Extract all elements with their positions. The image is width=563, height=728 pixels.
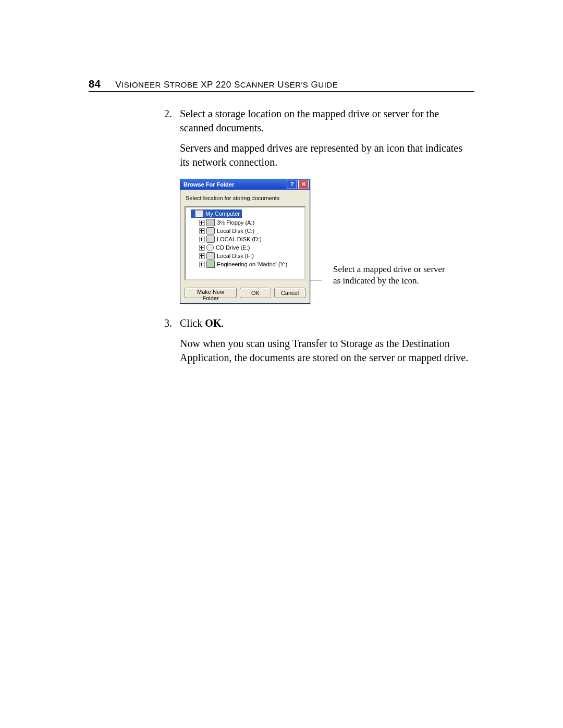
step-number: 3. [164, 316, 180, 330]
expand-icon[interactable] [199, 220, 205, 226]
cancel-button[interactable]: Cancel [274, 288, 305, 298]
tree-item-label: 3½ Floppy (A:) [217, 219, 254, 226]
ok-button[interactable]: OK [240, 288, 271, 298]
expand-icon[interactable] [199, 262, 205, 267]
step-number: 2. [164, 107, 180, 135]
tree-item-label: Local Disk (C:) [217, 228, 254, 234]
tree-item-local-f[interactable]: Local Disk (F:) [187, 252, 303, 260]
expand-icon[interactable] [199, 245, 205, 251]
expand-icon[interactable] [199, 253, 205, 259]
network-drive-icon [206, 261, 215, 268]
tree-item-label: CD Drive (E:) [216, 244, 250, 251]
step-2: 2. Select a storage location on the mapp… [164, 107, 472, 135]
tree-item-cd[interactable]: CD Drive (E:) [187, 243, 303, 252]
header-rule [89, 91, 474, 92]
browse-for-folder-dialog: Browse For Folder ? ✕ Select location fo… [180, 179, 310, 304]
floppy-icon [206, 219, 215, 226]
page-header: 84 VISIONEER STROBE XP 220 SCANNER USER'… [89, 78, 474, 90]
expand-icon[interactable] [199, 228, 205, 234]
tree-item-label: Local Disk (F:) [217, 253, 254, 259]
tree-root-my-computer[interactable]: My Computer [191, 209, 242, 218]
make-new-folder-button[interactable]: Make New Folder [185, 288, 237, 298]
hdd-icon [206, 252, 215, 260]
cd-icon [206, 244, 214, 251]
step-text: Click OK. [180, 316, 472, 330]
page-body: 2. Select a storage location on the mapp… [164, 107, 472, 372]
dialog-title: Browse For Folder [183, 181, 286, 188]
hdd-icon [206, 227, 215, 235]
help-button[interactable]: ? [287, 180, 297, 189]
figure-browse-for-folder: Browse For Folder ? ✕ Select location fo… [180, 179, 472, 304]
step-2-paragraph: Servers and mapped drives are represente… [180, 141, 472, 169]
expand-icon[interactable] [199, 237, 205, 242]
step-3: 3. Click OK. [164, 316, 472, 330]
dialog-instruction: Select location for storing documents [180, 190, 310, 203]
tree-item-floppy[interactable]: 3½ Floppy (A:) [187, 218, 303, 227]
tree-root-label: My Computer [205, 211, 240, 217]
step-3-paragraph: Now when you scan using Transfer to Stor… [180, 337, 472, 365]
dialog-titlebar[interactable]: Browse For Folder ? ✕ [180, 179, 310, 190]
tree-item-network[interactable]: Engineering on 'Madrid' (Y:) [187, 260, 303, 268]
tree-item-label: LOCAL DISK (D:) [217, 236, 262, 242]
manual-page: 84 VISIONEER STROBE XP 220 SCANNER USER'… [0, 0, 563, 728]
tree-item-local-c[interactable]: Local Disk (C:) [187, 227, 303, 235]
figure-callout: Select a mapped drive or server as indic… [333, 264, 448, 287]
page-number: 84 [89, 78, 101, 90]
hdd-icon [206, 236, 215, 243]
dialog-button-row: Make New Folder OK Cancel [180, 283, 310, 303]
running-title: VISIONEER STROBE XP 220 SCANNER USER'S G… [115, 80, 338, 90]
step-text: Select a storage location on the mapped … [180, 107, 472, 135]
folder-tree[interactable]: My Computer 3½ Floppy (A:) Local Disk (C… [185, 206, 305, 280]
close-button[interactable]: ✕ [298, 180, 309, 189]
tree-item-local-d[interactable]: LOCAL DISK (D:) [187, 235, 303, 243]
computer-icon [195, 210, 203, 217]
tree-item-label: Engineering on 'Madrid' (Y:) [217, 261, 287, 267]
callout-leader-line [310, 280, 322, 281]
